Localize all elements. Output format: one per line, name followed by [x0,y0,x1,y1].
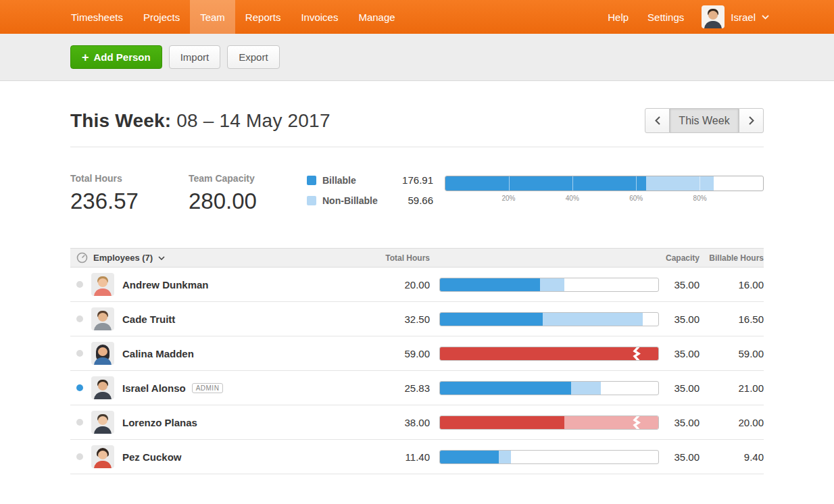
nav-item-team[interactable]: Team [190,0,235,34]
stat-label: Team Capacity [189,173,307,184]
nonbillable-segment [499,451,511,463]
main-menu: TimesheetsProjectsTeamReportsInvoicesMan… [61,0,406,34]
capacity-value: 35.00 [659,417,700,428]
nav-item-invoices[interactable]: Invoices [291,0,348,34]
next-week-button[interactable] [739,108,764,133]
legend-item: Non-Billable 59.66 [307,195,433,206]
nonbillable-segment [540,278,565,291]
tick-label: 20% [501,195,515,202]
table-row: Andrew Dunkman 20.00 35.00 16.00 [70,268,764,302]
employees-column-header[interactable]: Employees (7) [93,253,153,263]
billable-hours-value: 20.00 [700,417,764,428]
this-week-button[interactable]: This Week [670,108,739,133]
week-date-range: 08 – 14 May 2017 [176,110,330,131]
legend-swatch-icon [307,196,316,205]
timer-icon [76,252,88,263]
legend-value: 176.91 [402,174,433,186]
legend-label: Non-Billable [322,195,408,206]
nav-item-reports[interactable]: Reports [235,0,291,34]
summary-section: Total Hours 236.57 Team Capacity 280.00 … [70,173,764,214]
billable-hours-column-header: Billable Hours [700,253,764,263]
total-hours-value: 25.83 [376,382,430,394]
previous-week-button[interactable] [645,108,670,133]
week-title-label: This Week: [70,110,171,131]
employees-table: Employees (7) Total Hours Capacity Billa… [70,248,764,474]
table-header: Employees (7) Total Hours Capacity Billa… [70,248,764,268]
employee-name-link[interactable]: Pez Cuckow [122,451,182,463]
capacity-value: 35.00 [659,348,700,359]
billable-hours-value: 16.50 [700,313,764,325]
table-row: Lorenzo Planas 38.00 35.00 20.00 [70,405,764,440]
over-capacity-break-icon [633,416,641,429]
status-dot [76,453,83,460]
stat-block: Total Hours 236.57 [70,173,189,214]
nonbillable-segment [564,416,658,429]
stat-value: 236.57 [70,188,189,214]
stat-block: Team Capacity 280.00 [189,173,307,214]
chevron-down-icon[interactable] [158,256,165,260]
add-person-button[interactable]: + Add Person [70,45,162,69]
total-hours-value: 32.50 [376,313,430,325]
billable-segment [440,347,658,360]
billable-hours-value: 59.00 [700,348,764,359]
nav-item-projects[interactable]: Projects [133,0,190,34]
plus-icon: + [82,51,89,64]
employee-name-link[interactable]: Israel Alonso [122,382,186,394]
toolbar: + Add Person Import Export [0,34,834,81]
employee-hours-bar [439,312,659,326]
capacity-bar-ticks: 20%40%60%80% [445,195,764,204]
export-button[interactable]: Export [227,45,279,69]
stat-label: Total Hours [70,173,189,184]
employee-hours-bar [439,347,659,361]
tick-label: 60% [629,195,643,202]
legend-swatch-icon [307,176,316,185]
legend-value: 59.66 [408,195,433,206]
tick-label: 40% [566,195,579,202]
employee-avatar [91,376,114,399]
import-button[interactable]: Import [169,45,221,69]
legend-label: Billable [322,175,402,186]
table-row: Calina Madden 59.00 35.00 59.00 [70,336,764,371]
employee-avatar [91,273,114,296]
stat-value: 280.00 [189,188,307,214]
billable-hours-value: 16.00 [700,279,764,291]
employee-hours-bar [439,278,659,292]
employee-hours-bar [439,415,659,430]
chevron-left-icon [655,116,660,125]
nonbillable-segment [543,313,643,326]
capacity-value: 35.00 [659,313,700,325]
employee-name-link[interactable]: Cade Truitt [122,313,175,325]
nav-item-timesheets[interactable]: Timesheets [61,0,133,34]
employee-name-link[interactable]: Andrew Dunkman [122,279,209,291]
billable-segment [440,382,571,395]
capacity-column-header: Capacity [659,253,700,263]
capacity-value: 35.00 [659,279,700,291]
employee-avatar [91,411,114,434]
nav-item-manage[interactable]: Manage [348,0,405,34]
settings-link[interactable]: Settings [638,11,693,23]
chevron-right-icon [749,116,754,125]
legend-item: Billable 176.91 [307,174,433,186]
employee-name-link[interactable]: Lorenzo Planas [122,417,197,428]
over-capacity-break-icon [633,347,641,360]
divider [70,147,764,147]
user-menu[interactable]: Israel [702,5,769,28]
help-link[interactable]: Help [598,11,638,23]
team-capacity-bar [445,176,764,191]
status-dot [76,281,83,288]
billable-segment [440,451,499,463]
employee-name-link[interactable]: Calina Madden [122,348,194,359]
page-title: This Week: 08 – 14 May 2017 [70,110,330,132]
nonbillable-segment [646,176,714,191]
top-nav: TimesheetsProjectsTeamReportsInvoicesMan… [0,0,834,34]
admin-badge: ADMIN [192,383,224,393]
billable-hours-value: 21.00 [700,382,764,394]
total-hours-value: 38.00 [376,417,430,428]
total-hours-value: 59.00 [376,348,430,359]
user-avatar [702,5,725,28]
legend: Billable 176.91 Non-Billable 59.66 [307,173,433,214]
billable-hours-value: 9.40 [700,451,764,463]
total-hours-value: 11.40 [376,451,430,463]
table-row: Israel Alonso ADMIN 25.83 35.00 21.00 [70,371,764,405]
billable-segment [440,416,564,429]
